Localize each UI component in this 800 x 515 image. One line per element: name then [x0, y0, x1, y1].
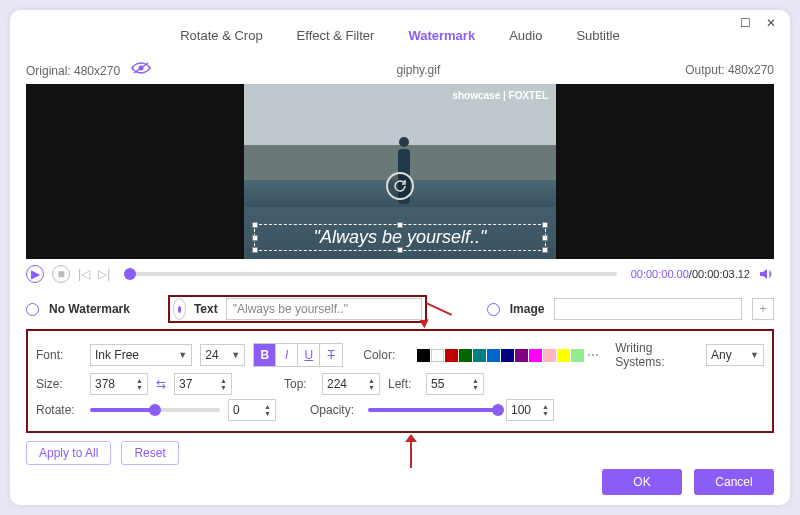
video-preview: showcase | FOXTEL "Always be yourself.."	[26, 84, 774, 259]
underline-button[interactable]: U	[298, 344, 320, 366]
color-swatch[interactable]	[417, 349, 430, 362]
color-swatch[interactable]	[445, 349, 458, 362]
color-swatch[interactable]	[501, 349, 514, 362]
left-label: Left:	[388, 377, 418, 391]
tab-bar: Rotate & Crop Effect & Filter Watermark …	[10, 10, 790, 57]
prev-frame-button[interactable]: |◁	[78, 267, 90, 281]
tab-effect-filter[interactable]: Effect & Filter	[297, 28, 375, 47]
app-window: ☐ ✕ Rotate & Crop Effect & Filter Waterm…	[10, 10, 790, 505]
text-label: Text	[194, 302, 218, 316]
italic-button[interactable]: I	[276, 344, 298, 366]
apply-to-all-button[interactable]: Apply to All	[26, 441, 111, 465]
width-stepper[interactable]: 378▲▼	[90, 373, 148, 395]
watermark-text-input[interactable]: "Always be yourself.."	[226, 298, 422, 320]
rewind-icon[interactable]	[386, 172, 414, 200]
add-image-button[interactable]: +	[752, 298, 774, 320]
annotation-arrow	[410, 440, 412, 468]
seek-slider[interactable]	[124, 272, 616, 276]
color-swatch[interactable]	[487, 349, 500, 362]
stop-button[interactable]: ■	[52, 265, 70, 283]
writing-systems-select[interactable]: Any▼	[706, 344, 764, 366]
opacity-label: Opacity:	[310, 403, 360, 417]
color-swatch[interactable]	[529, 349, 542, 362]
tab-watermark[interactable]: Watermark	[408, 28, 475, 47]
font-size-select[interactable]: 24▼	[200, 344, 245, 366]
output-size-label: Output: 480x270	[685, 63, 774, 77]
color-swatch[interactable]	[459, 349, 472, 362]
color-swatch[interactable]	[473, 349, 486, 362]
cancel-button[interactable]: Cancel	[694, 469, 774, 495]
video-frame[interactable]: showcase | FOXTEL "Always be yourself.."	[244, 84, 556, 259]
volume-icon[interactable]	[758, 266, 774, 282]
text-watermark-highlight: Text "Always be yourself.."	[168, 295, 427, 323]
filename-label: giphy.gif	[396, 63, 440, 77]
tab-subtitle[interactable]: Subtitle	[576, 28, 619, 47]
radio-text[interactable]	[173, 298, 186, 320]
height-stepper[interactable]: 37▲▼	[174, 373, 232, 395]
original-size-label: Original: 480x270	[26, 64, 120, 78]
font-label: Font:	[36, 348, 82, 362]
format-panel: Font: Ink Free▼ 24▼ B I U T Color:	[26, 329, 774, 433]
footer-buttons: OK Cancel	[602, 469, 774, 495]
maximize-icon[interactable]: ☐	[738, 16, 752, 30]
more-colors-icon[interactable]: ⋯	[587, 348, 599, 362]
rotate-slider[interactable]	[90, 408, 220, 412]
action-row: Apply to All Reset	[10, 433, 790, 465]
reset-button[interactable]: Reset	[121, 441, 178, 465]
writing-systems-label: Writing Systems:	[615, 341, 698, 369]
color-swatch[interactable]	[557, 349, 570, 362]
font-select[interactable]: Ink Free▼	[90, 344, 192, 366]
tab-rotate-crop[interactable]: Rotate & Crop	[180, 28, 262, 47]
time-display: 00:00:00.00/00:00:03.12	[631, 268, 750, 280]
watermark-overlay[interactable]: "Always be yourself.."	[254, 224, 546, 251]
link-dimensions-icon[interactable]: ⇆	[156, 377, 166, 391]
playback-bar: ▶ ■ |◁ ▷| 00:00:00.00/00:00:03.12	[10, 259, 790, 289]
image-label: Image	[510, 302, 545, 316]
opacity-stepper[interactable]: 100▲▼	[506, 399, 554, 421]
color-swatch[interactable]	[543, 349, 556, 362]
top-label: Top:	[284, 377, 314, 391]
size-label: Size:	[36, 377, 82, 391]
radio-no-watermark[interactable]	[26, 303, 39, 316]
watermark-type-row: No Watermark Text "Always be yourself.."…	[10, 289, 790, 329]
opacity-slider[interactable]	[368, 408, 498, 412]
left-stepper[interactable]: 55▲▼	[426, 373, 484, 395]
color-swatch[interactable]	[571, 349, 584, 362]
color-swatches: ⋯	[417, 348, 599, 362]
video-badge: showcase | FOXTEL	[452, 90, 548, 101]
no-watermark-label: No Watermark	[49, 302, 130, 316]
bold-button[interactable]: B	[254, 344, 276, 366]
preview-toggle-icon[interactable]	[131, 64, 151, 78]
top-stepper[interactable]: 224▲▼	[322, 373, 380, 395]
strike-button[interactable]: T	[320, 344, 342, 366]
next-frame-button[interactable]: ▷|	[98, 267, 110, 281]
ok-button[interactable]: OK	[602, 469, 682, 495]
tab-audio[interactable]: Audio	[509, 28, 542, 47]
rotate-stepper[interactable]: 0▲▼	[228, 399, 276, 421]
close-icon[interactable]: ✕	[764, 16, 778, 30]
watermark-image-input[interactable]	[554, 298, 742, 320]
rotate-label: Rotate:	[36, 403, 82, 417]
arrow-head-icon	[405, 434, 417, 442]
titlebar: ☐ ✕	[738, 16, 778, 30]
play-button[interactable]: ▶	[26, 265, 44, 283]
color-label: Color:	[363, 348, 409, 362]
text-style-group: B I U T	[253, 343, 343, 367]
info-bar: Original: 480x270 giphy.gif Output: 480x…	[10, 57, 790, 84]
color-swatch[interactable]	[515, 349, 528, 362]
color-swatch[interactable]	[431, 349, 444, 362]
radio-image[interactable]	[487, 303, 500, 316]
